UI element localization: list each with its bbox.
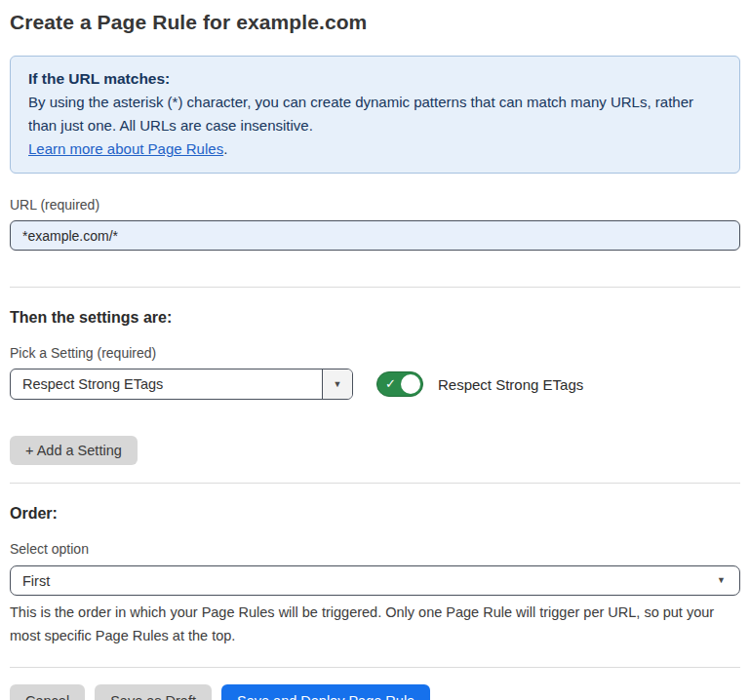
pick-setting-label: Pick a Setting (required) xyxy=(10,344,740,362)
url-match-info-box: If the URL matches: By using the asteris… xyxy=(10,56,740,174)
footer-actions: Cancel Save as Draft Save and Deploy Pag… xyxy=(10,684,740,700)
url-input[interactable] xyxy=(10,220,740,251)
info-box-body: By using the asterisk (*) character, you… xyxy=(28,91,722,137)
chevron-down-icon: ▼ xyxy=(334,380,342,389)
chevron-down-icon: ▼ xyxy=(717,576,726,585)
order-select[interactable]: First ▼ xyxy=(10,565,740,596)
order-select-label: Select option xyxy=(10,540,740,558)
order-help-text: This is the order in which your Page Rul… xyxy=(10,601,740,647)
order-section-heading: Order: xyxy=(10,503,740,524)
setting-select-arrow-button[interactable]: ▼ xyxy=(322,369,352,399)
order-select-value: First xyxy=(11,573,717,589)
toggle-label: Respect Strong ETags xyxy=(438,376,583,393)
add-setting-button[interactable]: + Add a Setting xyxy=(10,436,138,465)
learn-more-link[interactable]: Learn more about Page Rules xyxy=(28,140,223,157)
info-box-link-line: Learn more about Page Rules. xyxy=(28,137,722,161)
footer-divider xyxy=(10,667,740,668)
save-draft-button[interactable]: Save as Draft xyxy=(95,684,212,700)
info-box-heading: If the URL matches: xyxy=(28,67,722,91)
cancel-button[interactable]: Cancel xyxy=(10,684,85,700)
save-deploy-button[interactable]: Save and Deploy Page Rule xyxy=(221,684,430,700)
toggle-knob xyxy=(401,374,420,394)
link-suffix: . xyxy=(223,140,227,157)
page-title: Create a Page Rule for example.com xyxy=(10,9,740,36)
setting-row: Respect Strong ETags ▼ ✓ Respect Strong … xyxy=(10,369,740,400)
url-field-label: URL (required) xyxy=(10,196,740,214)
check-icon: ✓ xyxy=(385,377,396,390)
setting-select[interactable]: Respect Strong ETags ▼ xyxy=(10,369,353,400)
setting-select-value: Respect Strong ETags xyxy=(11,376,322,392)
settings-section-heading: Then the settings are: xyxy=(10,307,740,328)
section-divider xyxy=(10,287,740,288)
respect-strong-etags-toggle[interactable]: ✓ xyxy=(376,371,423,397)
section-divider xyxy=(10,483,740,484)
